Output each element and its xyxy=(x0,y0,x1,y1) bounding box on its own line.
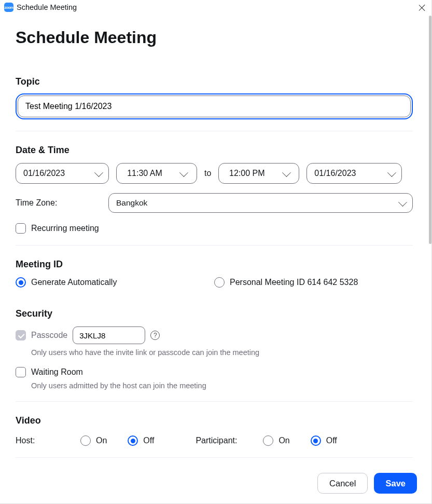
passcode-hint: Only users who have the invite link or p… xyxy=(31,348,413,357)
divider xyxy=(16,131,413,131)
to-label: to xyxy=(204,169,211,178)
chevron-down-icon xyxy=(94,168,103,177)
video-host-on-option[interactable]: On xyxy=(80,435,107,446)
video-host-label: Host: xyxy=(16,436,80,445)
radio-unselected-icon xyxy=(80,435,91,446)
radio-selected-icon xyxy=(311,435,321,446)
chevron-down-icon xyxy=(398,198,407,207)
end-time-picker[interactable]: 12:00 PM xyxy=(218,163,299,184)
passcode-checkbox[interactable] xyxy=(16,330,26,340)
form-scroll-area[interactable]: Schedule Meeting Topic Date & Time 01/16… xyxy=(0,15,428,463)
titlebar-text: Schedule Meeting xyxy=(17,3,77,11)
meeting-id-personal-option[interactable]: Personal Meeting ID 614 642 5328 xyxy=(214,277,358,288)
topic-input-focus-ring xyxy=(16,93,413,119)
video-participant-label: Participant: xyxy=(196,436,263,445)
waiting-room-hint: Only users admitted by the host can join… xyxy=(31,382,413,390)
video-host-off-option[interactable]: Off xyxy=(128,435,154,446)
meeting-id-label: Meeting ID xyxy=(16,259,413,270)
meeting-id-auto-label: Generate Automatically xyxy=(31,278,117,287)
start-time-picker[interactable]: 11:30 AM xyxy=(116,163,197,184)
start-time-value: 11:30 AM xyxy=(127,169,162,178)
timezone-select[interactable]: Bangkok xyxy=(108,193,413,213)
timezone-value: Bangkok xyxy=(116,198,147,208)
meeting-id-auto-option[interactable]: Generate Automatically xyxy=(16,277,117,288)
close-icon[interactable] xyxy=(418,4,426,12)
date-time-label: Date & Time xyxy=(16,145,413,156)
security-label: Security xyxy=(16,308,413,319)
topic-input[interactable] xyxy=(18,96,411,117)
titlebar: zoom Schedule Meeting xyxy=(0,0,431,15)
footer: Cancel Save xyxy=(0,463,431,503)
recurring-meeting-checkbox[interactable] xyxy=(16,223,26,234)
video-participant-off-option[interactable]: Off xyxy=(311,435,337,446)
start-date-picker[interactable]: 01/16/2023 xyxy=(16,163,109,184)
end-date-picker[interactable]: 01/16/2023 xyxy=(306,163,402,184)
divider xyxy=(16,457,413,458)
chevron-down-icon xyxy=(179,168,188,177)
zoom-app-icon: zoom xyxy=(4,3,13,12)
chevron-down-icon xyxy=(282,168,291,177)
radio-unselected-icon xyxy=(263,435,273,446)
waiting-room-label: Waiting Room xyxy=(31,367,83,377)
start-date-value: 01/16/2023 xyxy=(23,169,65,178)
option-on-label: On xyxy=(96,436,107,445)
radio-unselected-icon xyxy=(214,277,225,288)
video-label: Video xyxy=(16,415,413,426)
waiting-room-checkbox[interactable] xyxy=(16,367,26,377)
end-date-value: 01/16/2023 xyxy=(314,169,356,178)
cancel-button[interactable]: Cancel xyxy=(317,473,368,494)
scrollbar[interactable] xyxy=(429,16,431,244)
radio-selected-icon xyxy=(128,435,138,446)
option-on-label: On xyxy=(278,436,289,445)
meeting-id-personal-label: Personal Meeting ID 614 642 5328 xyxy=(230,278,358,287)
divider xyxy=(16,401,413,402)
recurring-meeting-label: Recurring meeting xyxy=(31,224,99,233)
timezone-label: Time Zone: xyxy=(16,198,101,208)
option-off-label: Off xyxy=(143,436,154,445)
divider xyxy=(16,245,413,246)
page-title: Schedule Meeting xyxy=(16,28,413,47)
end-time-value: 12:00 PM xyxy=(229,169,264,178)
passcode-input[interactable] xyxy=(73,326,145,344)
schedule-meeting-window: zoom Schedule Meeting Schedule Meeting T… xyxy=(0,0,432,504)
help-icon[interactable]: ? xyxy=(150,331,160,340)
option-off-label: Off xyxy=(326,436,337,445)
topic-label: Topic xyxy=(16,76,413,87)
chevron-down-icon xyxy=(387,168,396,177)
radio-selected-icon xyxy=(16,277,26,288)
video-participant-on-option[interactable]: On xyxy=(263,435,289,446)
passcode-label: Passcode xyxy=(31,331,67,340)
save-button[interactable]: Save xyxy=(374,473,417,494)
